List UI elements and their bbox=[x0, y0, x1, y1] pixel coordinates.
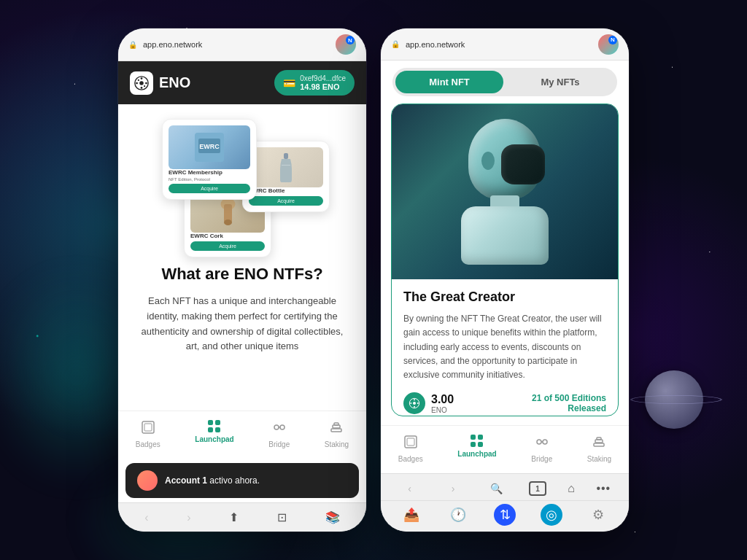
nav2-bridge[interactable]: Bridge bbox=[524, 432, 560, 466]
browser-bottom-1: ‹ › ⬆ ⊡ 📚 bbox=[118, 502, 366, 532]
tool-history-btn[interactable]: 🕐 bbox=[447, 504, 469, 526]
browser-forward-btn[interactable]: › bbox=[181, 508, 196, 527]
nav2-staking-label: Staking bbox=[587, 455, 611, 463]
tab-my-nfts[interactable]: My NFTs bbox=[506, 71, 614, 93]
app-header-1: ENO 💳 0xef9d4...dfce 14.98 ENO bbox=[118, 61, 366, 104]
svg-point-2 bbox=[141, 77, 143, 79]
toast-avatar bbox=[137, 470, 158, 491]
tool-compass-btn[interactable]: ◎ bbox=[541, 504, 562, 526]
nav-badges[interactable]: Badges bbox=[128, 417, 168, 451]
svg-point-1 bbox=[139, 81, 144, 85]
nav2-bridge-label: Bridge bbox=[531, 455, 552, 463]
svg-rect-35 bbox=[597, 438, 601, 440]
nft-title-2: EWRC Bottle bbox=[249, 187, 323, 194]
tab-mint-nft[interactable]: Mint NFT bbox=[395, 71, 503, 93]
browser2-tabs-btn[interactable]: 1 bbox=[529, 481, 546, 496]
wallet-balance: 14.98 ENO bbox=[300, 82, 346, 91]
browser-bookmarks-btn[interactable]: 📚 bbox=[320, 508, 346, 527]
browser-tool-row: 📤 🕐 ⇅ ◎ ⚙ bbox=[381, 501, 629, 529]
phone1-content: What are ENO NTFs? Each NFT has a unique… bbox=[118, 265, 366, 411]
svg-rect-11 bbox=[284, 153, 288, 159]
svg-point-31 bbox=[537, 440, 541, 444]
nav-bridge[interactable]: Bridge bbox=[261, 417, 297, 451]
svg-rect-12 bbox=[282, 165, 290, 166]
svg-rect-29 bbox=[405, 436, 417, 448]
svg-point-5 bbox=[145, 82, 147, 84]
nft-img-membership: EWRC bbox=[169, 125, 250, 169]
nft-price-left: 3.00 ENO bbox=[403, 392, 454, 414]
nav2-badges[interactable]: Badges bbox=[391, 432, 430, 466]
nft-acquire-btn-1[interactable]: Acquire bbox=[169, 184, 250, 193]
robot-visor bbox=[501, 144, 545, 184]
svg-rect-16 bbox=[142, 421, 154, 433]
nft-hero-image bbox=[392, 104, 618, 279]
nav2-launchpad[interactable]: Launchpad bbox=[450, 432, 503, 466]
browser-url-2: app.eno.network bbox=[406, 40, 592, 49]
nft-description: By owning the NFT The Great Creator, the… bbox=[403, 312, 606, 382]
svg-point-28 bbox=[417, 402, 419, 404]
nft-title-1: EWRC Membership bbox=[169, 169, 250, 176]
svg-point-27 bbox=[410, 402, 411, 404]
browser-bar-2: 🔒 app.eno.network bbox=[381, 28, 629, 61]
eno-logo-text: ENO bbox=[159, 74, 190, 91]
tool-cast-btn[interactable]: 📤 bbox=[400, 504, 422, 526]
nav-staking[interactable]: Staking bbox=[317, 417, 356, 451]
tab-bar: Mint NFT My NFTs bbox=[392, 68, 617, 96]
section-title: What are ENO NTFs? bbox=[136, 265, 349, 284]
svg-point-4 bbox=[136, 82, 138, 84]
nft-acquire-btn-3[interactable]: Acquire bbox=[190, 241, 265, 251]
bottom-nav-2: Badges Launchpad bbox=[381, 425, 629, 473]
browser2-forward-btn[interactable]: › bbox=[442, 480, 464, 497]
browser-back-btn[interactable]: ‹ bbox=[139, 508, 154, 527]
badges-icon-2 bbox=[403, 435, 418, 453]
browser2-home-btn[interactable]: ⌂ bbox=[568, 482, 575, 495]
browser-tabs-btn[interactable]: ⊡ bbox=[271, 508, 293, 527]
robot-figure bbox=[450, 112, 560, 272]
price-info: 3.00 ENO bbox=[431, 393, 454, 414]
browser-avatar-2 bbox=[598, 34, 619, 55]
svg-rect-30 bbox=[407, 438, 414, 446]
tool-transfer-btn[interactable]: ⇅ bbox=[494, 504, 516, 526]
tool-settings-btn[interactable]: ⚙ bbox=[587, 504, 609, 526]
browser-nav-row: ‹ › 🔍 1 ⌂ ••• bbox=[381, 477, 629, 501]
svg-point-26 bbox=[414, 406, 415, 408]
wallet-button[interactable]: 💳 0xef9d4...dfce 14.98 ENO bbox=[274, 70, 355, 96]
nav-bridge-label: Bridge bbox=[268, 440, 290, 448]
phones-container: 🔒 app.eno.network bbox=[0, 0, 747, 560]
bridge-icon-2 bbox=[535, 435, 549, 453]
nav-badges-label: Badges bbox=[136, 440, 160, 448]
price-currency: ENO bbox=[431, 406, 454, 414]
toast-message: activo ahora. bbox=[209, 475, 260, 486]
nft-price-row: 3.00 ENO 21 of 500 Editions Released bbox=[403, 392, 606, 414]
browser-bottom-2: ‹ › 🔍 1 ⌂ ••• 📤 🕐 ⇅ ◎ ⚙ bbox=[381, 473, 629, 532]
nft-img-bottle bbox=[249, 147, 323, 187]
svg-rect-22 bbox=[334, 423, 338, 425]
browser-share-btn[interactable]: ⬆ bbox=[223, 508, 244, 527]
nft-card-stack: EWRC EWRC Membership NFT Edition, Protoc… bbox=[147, 119, 337, 257]
launchpad-icon-2 bbox=[471, 435, 484, 448]
browser2-more-btn[interactable]: ••• bbox=[596, 482, 611, 495]
nav2-staking[interactable]: Staking bbox=[580, 432, 619, 466]
svg-point-15 bbox=[224, 219, 232, 225]
nav2-launchpad-label: Launchpad bbox=[457, 450, 496, 458]
nav-launchpad[interactable]: Launchpad bbox=[187, 417, 241, 451]
nav-staking-label: Staking bbox=[325, 440, 349, 448]
nft-detail-1a: NFT Edition, Protocol bbox=[169, 177, 250, 182]
phone-1: 🔒 app.eno.network bbox=[118, 28, 366, 532]
browser2-back-btn[interactable]: ‹ bbox=[399, 480, 421, 497]
wallet-info: 0xef9d4...dfce 14.98 ENO bbox=[300, 74, 346, 91]
eno-logo-icon bbox=[130, 71, 153, 95]
nft-acquire-btn-2[interactable]: Acquire bbox=[249, 196, 323, 206]
browser2-search-btn[interactable]: 🔍 bbox=[486, 480, 508, 497]
svg-point-6 bbox=[138, 79, 139, 80]
staking-icon bbox=[329, 420, 344, 438]
wallet-address: 0xef9d4...dfce bbox=[300, 74, 346, 82]
bridge-icon bbox=[272, 420, 287, 438]
editions-text: 21 of 500 Editions bbox=[532, 393, 606, 403]
svg-rect-17 bbox=[144, 424, 152, 431]
browser-url-1: app.eno.network bbox=[143, 40, 330, 49]
editions-badge: 21 of 500 Editions Released bbox=[532, 393, 606, 413]
nft-detail-card: The Great Creator By owning the NFT The … bbox=[391, 104, 619, 416]
browser-avatar-1 bbox=[336, 34, 356, 55]
wallet-icon: 💳 bbox=[283, 77, 295, 89]
